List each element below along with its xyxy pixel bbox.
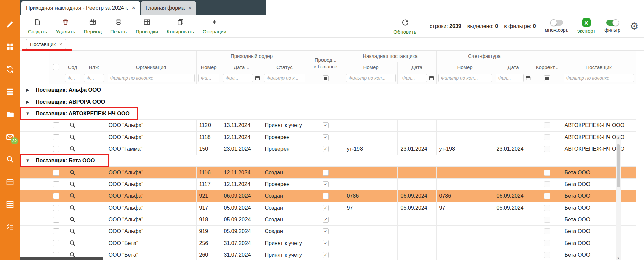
col-header-order-number[interactable]: Номер <box>196 62 221 72</box>
tasks-check-icon[interactable] <box>5 222 15 232</box>
group-expand-icon[interactable]: ▶ <box>20 84 35 96</box>
correction-checkbox[interactable] <box>544 205 550 211</box>
tab-main-form[interactable]: Главная форма × <box>141 1 196 15</box>
row-checkbox[interactable] <box>53 146 59 152</box>
posted-cell[interactable]: ✓ <box>307 225 344 237</box>
correction-checkbox[interactable] <box>544 217 550 223</box>
posted-checkbox[interactable]: ✓ <box>323 146 329 152</box>
operations-button[interactable]: Операции <box>198 15 231 37</box>
calendar-picker-icon[interactable] <box>429 75 434 81</box>
row-select-cell[interactable] <box>49 143 63 155</box>
filter-toggle[interactable] <box>606 20 619 26</box>
correction-cell[interactable] <box>533 143 562 155</box>
posted-cell[interactable] <box>307 190 344 202</box>
magnifier-icon[interactable] <box>69 122 76 128</box>
posted-checkbox[interactable]: ✓ <box>323 122 329 128</box>
correction-checkbox[interactable] <box>544 252 550 258</box>
open-record-cell[interactable] <box>63 225 82 237</box>
multisort-control[interactable]: множ.сорт. <box>545 20 568 33</box>
postings-button[interactable]: Проводки <box>131 15 162 37</box>
row-checkbox[interactable] <box>53 122 59 128</box>
filter-organization-input[interactable] <box>108 74 195 82</box>
invoice-row[interactable]: ООО "Альфа"112013.11.2024Принят к учету✓… <box>20 119 636 131</box>
open-record-cell[interactable] <box>63 214 82 225</box>
open-record-cell[interactable] <box>63 143 82 155</box>
edit-pencil-icon[interactable] <box>5 20 15 29</box>
invoice-row[interactable]: ООО "Гамма"15023.01.2024Проверен✓ут-1982… <box>20 143 636 155</box>
row-select-cell[interactable] <box>49 190 63 202</box>
row-select-cell[interactable] <box>49 202 63 214</box>
scroll-down-icon[interactable]: ▼ <box>616 256 621 260</box>
row-select-cell[interactable] <box>49 178 63 190</box>
invoice-row[interactable]: ООО "Бета"25631.07.2024Принят к учету✓Бе… <box>20 237 636 249</box>
posted-checkbox[interactable] <box>323 193 329 199</box>
correction-cell[interactable] <box>533 214 562 225</box>
spreadsheet-icon[interactable] <box>5 200 15 209</box>
magnifier-icon[interactable] <box>69 181 76 187</box>
scroll-up-icon[interactable]: ▲ <box>616 135 621 140</box>
correction-cell[interactable] <box>533 225 562 237</box>
posted-cell[interactable]: ✓ <box>307 131 344 143</box>
col-header-posted[interactable]: Провод...в балансе <box>307 51 344 72</box>
row-checkbox[interactable] <box>53 181 59 187</box>
col-header-correction[interactable]: Коррект... <box>533 51 562 72</box>
magnifier-icon[interactable] <box>69 205 76 211</box>
select-all-checkbox[interactable] <box>53 64 59 70</box>
col-header-tax-invoice-number[interactable]: Номер <box>436 62 494 72</box>
correction-cell[interactable] <box>533 119 562 131</box>
col-header-supplier-invoice-date[interactable]: Дата <box>397 62 436 72</box>
col-header-vlzh[interactable]: Влж <box>82 51 106 72</box>
scrollbar-thumb[interactable] <box>617 144 620 187</box>
posted-checkbox[interactable]: ✓ <box>323 205 329 211</box>
posted-cell[interactable]: ✓ <box>307 202 344 214</box>
chip-close-icon[interactable]: × <box>59 41 62 47</box>
col-header-supplier-invoice-number[interactable]: Номер <box>344 62 397 72</box>
posted-cell[interactable]: ✓ <box>307 214 344 225</box>
col-header-supplier[interactable]: Поставщик <box>562 51 636 72</box>
row-checkbox[interactable] <box>53 217 59 223</box>
filter-sod-input[interactable] <box>65 74 80 82</box>
invoice-row[interactable]: ООО "Альфа"111812.11.2024Проверен✓АВТОКР… <box>20 131 636 143</box>
tab-close-icon[interactable]: × <box>188 5 191 11</box>
correction-cell[interactable] <box>533 190 562 202</box>
posted-filter-checkbox[interactable] <box>323 75 329 81</box>
row-checkbox[interactable] <box>53 170 59 176</box>
filter-control[interactable]: фильтр <box>604 20 620 33</box>
correction-cell[interactable] <box>533 166 562 178</box>
posted-checkbox[interactable] <box>323 170 329 176</box>
col-header-order-date[interactable]: Дата↓ <box>221 62 262 72</box>
row-select-cell[interactable] <box>49 131 63 143</box>
posted-cell[interactable] <box>307 166 344 178</box>
filter-order-date-input[interactable] <box>223 74 253 82</box>
folder-icon[interactable] <box>5 110 15 119</box>
col-header-sod[interactable]: Сод <box>63 51 82 72</box>
filter-supplier-invoice-number-input[interactable] <box>346 74 396 82</box>
vertical-scrollbar[interactable]: ▲ ▼ <box>616 135 621 260</box>
open-record-cell[interactable] <box>63 190 82 202</box>
correction-checkbox[interactable] <box>544 193 550 199</box>
correction-cell[interactable] <box>533 178 562 190</box>
sync-icon[interactable] <box>5 65 15 74</box>
correction-filter-checkbox[interactable] <box>544 75 550 81</box>
gear-icon[interactable]: ⚙ <box>630 21 639 31</box>
invoice-row[interactable]: ООО "Альфа"111712.11.2024Проверен✓Бета О… <box>20 178 636 190</box>
row-select-cell[interactable] <box>49 119 63 131</box>
sort-desc-icon[interactable]: ↓ <box>247 64 249 70</box>
col-header-tax-invoice-date[interactable]: Дата <box>494 62 533 72</box>
group-expand-icon[interactable]: ▶ <box>20 96 35 108</box>
correction-checkbox[interactable] <box>544 181 550 187</box>
documents-stack-icon[interactable] <box>5 87 15 97</box>
invoice-row[interactable]: ООО "Альфа"92106.09.2024Создан078606.09.… <box>20 190 636 202</box>
correction-checkbox[interactable] <box>544 146 550 152</box>
group-row[interactable]: ▶Поставщик: АВРОРА ООО <box>20 96 636 108</box>
posted-cell[interactable]: ✓ <box>307 249 344 260</box>
magnifier-icon[interactable] <box>69 193 76 199</box>
correction-checkbox[interactable] <box>544 170 550 176</box>
posted-checkbox[interactable]: ✓ <box>323 217 329 223</box>
correction-checkbox[interactable] <box>544 228 550 234</box>
print-button[interactable]: Печать <box>106 15 131 37</box>
tab-registry[interactable]: Приходная накладная - Реестр за 2024 г. … <box>21 1 140 15</box>
magnifier-icon[interactable] <box>69 134 76 140</box>
row-checkbox[interactable] <box>53 134 59 140</box>
posted-checkbox[interactable]: ✓ <box>323 134 329 140</box>
